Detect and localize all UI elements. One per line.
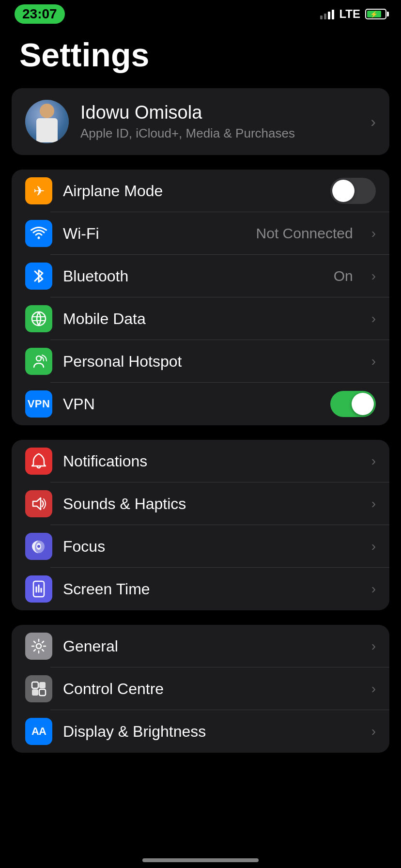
airplane-mode-icon: ✈ — [25, 177, 52, 204]
profile-subtitle: Apple ID, iCloud+, Media & Purchases — [80, 126, 359, 141]
mobile-data-label: Mobile Data — [63, 310, 358, 328]
mobile-data-icon — [25, 305, 52, 332]
page-title: Settings — [0, 26, 401, 88]
vpn-toggle[interactable] — [330, 391, 376, 417]
notifications-icon — [25, 448, 52, 475]
personal-hotspot-row[interactable]: Personal Hotspot › — [12, 340, 389, 383]
bluetooth-icon — [25, 263, 52, 290]
personal-hotspot-label: Personal Hotspot — [63, 353, 358, 371]
sounds-haptics-label: Sounds & Haptics — [63, 495, 358, 513]
notifications-group: Notifications › Sounds & Haptics › Focus — [12, 440, 389, 610]
mobile-data-row[interactable]: Mobile Data › — [12, 297, 389, 340]
sounds-haptics-row[interactable]: Sounds & Haptics › — [12, 482, 389, 525]
notifications-row[interactable]: Notifications › — [12, 440, 389, 482]
svg-line-17 — [34, 650, 35, 651]
airplane-mode-label: Airplane Mode — [63, 182, 320, 200]
screen-time-icon — [25, 575, 52, 603]
status-bar: 23:07 LTE ⚡ — [0, 0, 401, 26]
wifi-label: Wi-Fi — [63, 225, 246, 243]
control-centre-row[interactable]: Control Centre › — [12, 667, 389, 710]
signal-bars-icon — [320, 9, 334, 19]
svg-point-7 — [37, 545, 40, 548]
general-chevron-icon: › — [371, 638, 376, 654]
svg-rect-20 — [32, 689, 38, 696]
general-icon — [25, 633, 52, 660]
wifi-icon — [25, 220, 52, 247]
sounds-haptics-chevron-icon: › — [371, 496, 376, 512]
notifications-label: Notifications — [63, 452, 358, 470]
svg-line-14 — [34, 641, 35, 643]
battery-icon: ⚡ — [365, 9, 386, 19]
wifi-row[interactable]: Wi-Fi Not Connected › — [12, 212, 389, 255]
profile-row[interactable]: Idowu Omisola Apple ID, iCloud+, Media &… — [12, 88, 389, 155]
svg-rect-18 — [32, 682, 38, 688]
home-indicator — [142, 858, 259, 862]
svg-point-9 — [36, 644, 41, 649]
sounds-haptics-icon — [25, 490, 52, 517]
screen-time-label: Screen Time — [63, 580, 358, 598]
svg-line-15 — [42, 650, 44, 651]
vpn-icon: VPN — [25, 390, 52, 418]
control-centre-icon — [25, 675, 52, 702]
control-centre-label: Control Centre — [63, 680, 358, 698]
focus-row[interactable]: Focus › — [12, 525, 389, 568]
status-time: 23:07 — [15, 4, 65, 24]
display-brightness-chevron-icon: › — [371, 724, 376, 739]
screen-time-row[interactable]: Screen Time › — [12, 568, 389, 610]
avatar — [25, 100, 69, 143]
bluetooth-row[interactable]: Bluetooth On › — [12, 255, 389, 297]
general-group: General › Control Centre › AA Display & … — [12, 625, 389, 753]
general-label: General — [63, 637, 358, 655]
svg-point-1 — [32, 312, 46, 326]
control-centre-chevron-icon: › — [371, 681, 376, 697]
profile-info: Idowu Omisola Apple ID, iCloud+, Media &… — [80, 102, 359, 141]
mobile-data-chevron-icon: › — [371, 311, 376, 326]
vpn-label: VPN — [63, 395, 320, 413]
bluetooth-value: On — [334, 268, 353, 284]
network-group: ✈ Airplane Mode Wi-Fi Not Connected › — [12, 170, 389, 425]
profile-name: Idowu Omisola — [80, 102, 359, 123]
network-type: LTE — [339, 7, 360, 21]
focus-label: Focus — [63, 538, 358, 556]
personal-hotspot-icon — [25, 348, 52, 375]
display-brightness-row[interactable]: AA Display & Brightness › — [12, 710, 389, 753]
svg-rect-19 — [39, 682, 46, 688]
airplane-mode-row[interactable]: ✈ Airplane Mode — [12, 170, 389, 212]
bluetooth-chevron-icon: › — [371, 268, 376, 284]
wifi-value: Not Connected — [256, 225, 353, 242]
notifications-chevron-icon: › — [371, 453, 376, 469]
svg-rect-21 — [39, 689, 46, 696]
svg-point-0 — [38, 237, 40, 239]
focus-chevron-icon: › — [371, 539, 376, 554]
vpn-row[interactable]: VPN VPN — [12, 383, 389, 425]
wifi-chevron-icon: › — [371, 226, 376, 241]
profile-card: Idowu Omisola Apple ID, iCloud+, Media &… — [12, 88, 389, 155]
focus-icon — [25, 533, 52, 560]
general-row[interactable]: General › — [12, 625, 389, 667]
svg-line-16 — [42, 641, 44, 643]
status-right: LTE ⚡ — [320, 7, 386, 21]
display-brightness-label: Display & Brightness — [63, 723, 358, 741]
airplane-mode-toggle[interactable] — [330, 178, 376, 204]
screen-time-chevron-icon: › — [371, 581, 376, 597]
display-brightness-icon: AA — [25, 718, 52, 745]
profile-chevron-icon: › — [370, 113, 376, 131]
svg-marker-5 — [33, 498, 41, 510]
personal-hotspot-chevron-icon: › — [371, 354, 376, 369]
bluetooth-label: Bluetooth — [63, 267, 323, 285]
